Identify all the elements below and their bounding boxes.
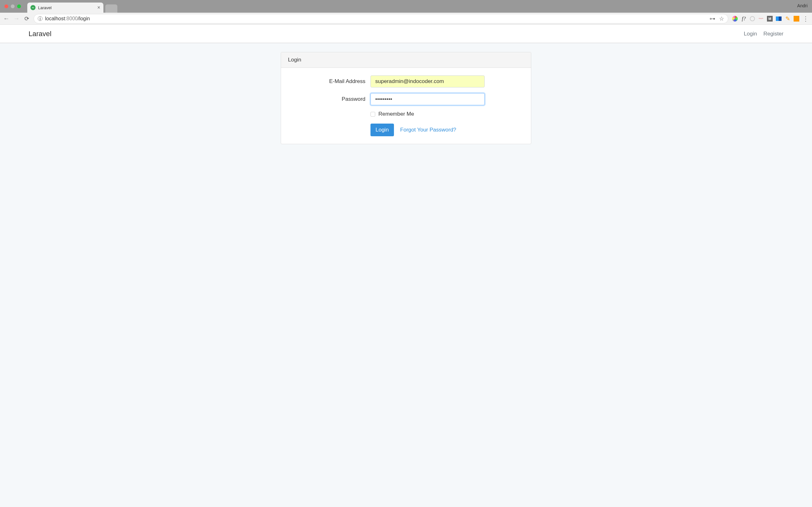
browser-chrome: ～ Laravel × Andri ← → ⟳ i localhost:8000…	[0, 0, 812, 25]
password-label: Password	[288, 96, 370, 102]
password-key-icon[interactable]: ⊶	[710, 15, 715, 22]
url-port: :8000	[65, 16, 78, 21]
page-body: Login E-Mail Address Password Remember M…	[0, 43, 812, 507]
remember-checkbox[interactable]	[370, 112, 375, 117]
close-tab-icon[interactable]: ×	[97, 5, 100, 10]
extension-icon[interactable]	[732, 16, 738, 21]
titlebar: ～ Laravel × Andri	[0, 0, 812, 13]
login-card: Login E-Mail Address Password Remember M…	[281, 52, 531, 144]
extension-icon[interactable]: 〰	[758, 16, 764, 21]
tabs-row: ～ Laravel ×	[27, 3, 117, 13]
card-body: E-Mail Address Password Remember Me Logi…	[281, 68, 531, 144]
browser-toolbar: ← → ⟳ i localhost:8000/login ⊶ ☆ f? 〰 M …	[0, 13, 812, 25]
url-host: localhost	[45, 16, 65, 21]
favicon-icon: ～	[31, 5, 36, 10]
bookmark-star-icon[interactable]: ☆	[719, 15, 724, 22]
site-info-icon[interactable]: i	[38, 16, 43, 21]
card-header: Login	[281, 52, 531, 68]
page-navbar: Laravel Login Register	[0, 25, 812, 43]
action-row: Login Forgot Your Password?	[370, 124, 524, 136]
profile-name[interactable]: Andri	[797, 3, 808, 8]
email-row: E-Mail Address	[288, 75, 524, 88]
extension-icon[interactable]: M	[767, 16, 773, 21]
reload-button[interactable]: ⟳	[23, 15, 30, 22]
browser-tab[interactable]: ～ Laravel ×	[27, 3, 103, 13]
extension-icon[interactable]	[750, 16, 755, 21]
remember-label[interactable]: Remember Me	[378, 111, 414, 117]
password-field[interactable]	[370, 93, 485, 105]
extension-icon[interactable]	[794, 16, 799, 21]
browser-menu-icon[interactable]: ⋮	[803, 15, 809, 22]
url-path: /login	[78, 16, 90, 21]
close-window-icon[interactable]	[4, 4, 8, 8]
minimize-window-icon[interactable]	[11, 4, 14, 8]
extension-icons: f? 〰 M ✎ ⋮	[732, 15, 809, 22]
extension-icon[interactable]: ✎	[785, 16, 791, 21]
remember-row: Remember Me	[370, 111, 524, 117]
nav-links: Login Register	[744, 31, 783, 37]
back-button[interactable]: ←	[3, 15, 9, 22]
maximize-window-icon[interactable]	[17, 4, 21, 8]
nav-register-link[interactable]: Register	[763, 31, 783, 37]
password-row: Password	[288, 93, 524, 105]
window-controls	[0, 4, 21, 8]
login-button[interactable]: Login	[370, 124, 394, 136]
extension-icon[interactable]	[776, 16, 781, 21]
email-field[interactable]	[370, 75, 485, 88]
address-bar[interactable]: i localhost:8000/login ⊶ ☆	[34, 14, 728, 23]
email-label: E-Mail Address	[288, 78, 370, 84]
brand-link[interactable]: Laravel	[29, 30, 51, 38]
tab-title: Laravel	[38, 5, 95, 10]
new-tab-button[interactable]	[105, 4, 117, 13]
forgot-password-link[interactable]: Forgot Your Password?	[400, 127, 456, 133]
forward-button: →	[13, 15, 20, 22]
nav-login-link[interactable]: Login	[744, 31, 757, 37]
extension-icon[interactable]: f?	[741, 16, 747, 21]
